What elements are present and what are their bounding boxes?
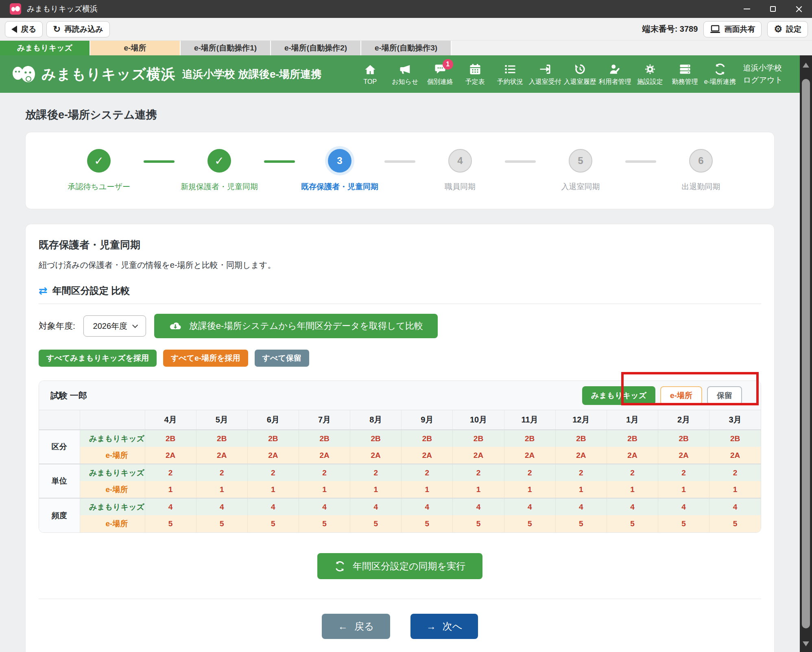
settings-label: 設定 xyxy=(786,24,801,35)
wizard-next-button[interactable]: → 次へ xyxy=(410,614,478,639)
cell-value: 4 xyxy=(350,498,402,515)
sync-icon xyxy=(714,62,726,75)
wizard-stepper: ✓承認待ちユーザー✓新規保護者・児童同期3既存保護者・児童同期4職員同期5入退室… xyxy=(25,132,775,209)
screen-share-button[interactable]: 画面共有 xyxy=(703,21,762,37)
choice-buttons: みまもりキッズe-場所保留 xyxy=(582,386,742,405)
account-school-name: 追浜小学校 xyxy=(743,62,783,74)
scroll-up-arrow-icon[interactable] xyxy=(803,63,809,68)
execute-sync-button[interactable]: 年間区分設定の同期を実行 xyxy=(317,553,482,579)
nav-item-user[interactable]: 利用者管理 xyxy=(598,62,633,86)
cell-value: 2A xyxy=(709,447,761,464)
panel-description: 紐づけ済みの保護者・児童の情報をe-場所と比較・同期します。 xyxy=(39,260,761,271)
cell-value: 5 xyxy=(555,515,607,532)
month-header: 9月 xyxy=(402,410,453,430)
bulk-slate-button[interactable]: すべて保留 xyxy=(255,350,309,367)
screen-share-label: 画面共有 xyxy=(724,24,755,35)
target-year-select[interactable]: 2026年度 xyxy=(83,315,146,337)
step-2: ✓新規保護者・児童同期 xyxy=(187,149,252,192)
student-name: 試験 一郎 xyxy=(50,390,87,401)
tab-e-basho-4[interactable]: e-場所(自動操作3) xyxy=(361,41,452,55)
cell-value: 2 xyxy=(555,464,607,481)
month-header: 11月 xyxy=(504,410,555,430)
nav-item-server[interactable]: 勤務管理 xyxy=(668,62,703,86)
cell-value: 4 xyxy=(247,498,299,515)
cell-value: 5 xyxy=(658,515,709,532)
cell-value: 2A xyxy=(299,447,350,464)
nav-item-label: TOP xyxy=(363,78,377,85)
nav-item-label: 個別連絡 xyxy=(427,78,453,86)
cell-value: 1 xyxy=(247,481,299,498)
minimize-button[interactable] xyxy=(734,0,760,18)
main-nav: TOPお知らせ1個別連絡予定表予約状況入退室受付入退室履歴利用者管理施設設定勤務… xyxy=(353,62,738,86)
step-6: 6出退勤同期 xyxy=(668,149,733,192)
choice-green-solid-button[interactable]: みまもりキッズ xyxy=(582,386,655,405)
nav-item-calendar[interactable]: 予定表 xyxy=(458,62,493,86)
tab-e-basho-3[interactable]: e-場所(自動操作2) xyxy=(271,41,361,55)
back-button[interactable]: 戻る xyxy=(5,21,43,37)
home-icon xyxy=(364,63,376,76)
tab-e-basho-1[interactable]: e-場所 xyxy=(90,41,181,55)
step-number: 4 xyxy=(448,149,472,173)
choice-gray-outline-button[interactable]: 保留 xyxy=(707,386,742,405)
step-5: 5入退室同期 xyxy=(548,149,613,192)
month-header: 7月 xyxy=(299,410,350,430)
tab-e-basho-2[interactable]: e-場所(自動操作1) xyxy=(181,41,271,55)
mascot-icon xyxy=(11,63,37,85)
cell-value: 4 xyxy=(504,498,555,515)
panel-heading: 既存保護者・児童同期 xyxy=(39,238,761,252)
month-header: 12月 xyxy=(555,410,607,430)
bulk-orange-button[interactable]: すべてe-場所を採用 xyxy=(163,350,248,367)
nav-item-megaphone[interactable]: お知らせ xyxy=(388,62,423,86)
nav-item-sync[interactable]: e-場所連携 xyxy=(703,62,738,86)
nav-item-home[interactable]: TOP xyxy=(353,63,388,85)
wizard-back-button[interactable]: ← 戻る xyxy=(322,614,390,639)
nav-item-chat[interactable]: 1個別連絡 xyxy=(423,62,458,86)
nav-item-list[interactable]: 予約状況 xyxy=(493,62,528,86)
cell-value: 2A xyxy=(658,447,709,464)
nav-item-gear[interactable]: 施設設定 xyxy=(633,62,668,86)
cell-value: 1 xyxy=(709,481,761,498)
bulk-green-button[interactable]: すべてみまもりキッズを採用 xyxy=(39,350,157,367)
maximize-button[interactable] xyxy=(760,0,786,18)
nav-item-enter[interactable]: 入退室受付 xyxy=(528,62,563,86)
settings-button[interactable]: ⚙ 設定 xyxy=(767,21,808,37)
back-button-label: 戻る xyxy=(21,24,36,35)
nav-item-history[interactable]: 入退室履歴 xyxy=(563,62,598,86)
gear-icon: ⚙ xyxy=(774,24,782,34)
logout-label: ログアウト xyxy=(743,74,783,86)
cell-value: 4 xyxy=(145,498,196,515)
fetch-compare-label: 放課後e-場所システムから年間区分データを取得して比較 xyxy=(189,320,423,332)
scroll-down-arrow-icon[interactable] xyxy=(803,641,809,646)
cell-value: 2 xyxy=(299,464,350,481)
step-label: 承認待ちユーザー xyxy=(68,182,130,192)
step-1: ✓承認待ちユーザー xyxy=(66,149,131,192)
account-logout[interactable]: 追浜小学校 ログアウト xyxy=(743,62,783,87)
app-logo-icon xyxy=(10,3,21,15)
month-header: 10月 xyxy=(453,410,504,430)
cell-value: 2A xyxy=(145,447,196,464)
calendar-icon xyxy=(469,62,481,75)
section-title: 年間区分設定 比較 xyxy=(52,284,130,297)
cell-value: 5 xyxy=(299,515,350,532)
scrollbar-thumb[interactable] xyxy=(802,79,810,628)
cell-value: 5 xyxy=(350,515,402,532)
cell-value: 1 xyxy=(658,481,709,498)
reload-button[interactable]: ↻ 再読み込み xyxy=(46,21,109,37)
enter-icon xyxy=(539,62,552,75)
choice-orange-outline-button[interactable]: e-場所 xyxy=(660,386,702,405)
vertical-scrollbar[interactable] xyxy=(800,55,812,652)
fetch-compare-button[interactable]: 放課後e-場所システムから年間区分データを取得して比較 xyxy=(154,314,438,338)
cell-value: 2B xyxy=(196,430,247,447)
step-4: 4職員同期 xyxy=(428,149,493,192)
tab-mimamori-kids[interactable]: みまもりキッズ xyxy=(0,41,90,55)
app-logo: みまもりキッズ横浜 xyxy=(11,63,176,85)
history-icon xyxy=(574,62,586,75)
cell-value: 2 xyxy=(709,464,761,481)
cell-value: 4 xyxy=(402,498,453,515)
nav-item-label: 勤務管理 xyxy=(672,78,698,86)
cell-value: 4 xyxy=(299,498,350,515)
nav-item-label: 利用者管理 xyxy=(599,78,631,86)
cell-value: 2 xyxy=(453,464,504,481)
step-connector xyxy=(264,160,295,163)
close-button[interactable] xyxy=(786,0,812,18)
